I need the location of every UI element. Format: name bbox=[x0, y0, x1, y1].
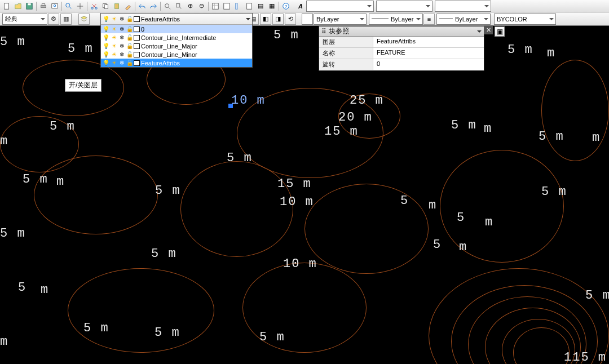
property-value[interactable]: FeatureAttribs bbox=[373, 37, 484, 47]
cut-icon[interactable] bbox=[89, 1, 100, 11]
lock-icon[interactable]: 🔓 bbox=[126, 15, 134, 23]
freeze-vp-icon[interactable]: ❄ bbox=[118, 15, 126, 23]
elevation-label[interactable]: 5 m bbox=[227, 151, 253, 165]
zoom-prev-icon[interactable]: ⊖ bbox=[196, 1, 207, 11]
dim-style-combo[interactable] bbox=[376, 1, 433, 12]
plot-preview-icon[interactable] bbox=[49, 1, 60, 11]
elevation-label[interactable]: 5 m bbox=[155, 326, 180, 340]
layer-dropdown-header[interactable]: 💡 ☀ ❄ 🔓 FeatureAttribs bbox=[101, 14, 252, 25]
new-icon[interactable] bbox=[1, 1, 12, 11]
drawing-canvas[interactable]: 5 m5 m5 m5 m5 m5 mm10 m25 m20 m15 m5 m5 … bbox=[0, 26, 609, 364]
elevation-label[interactable]: 15 m bbox=[277, 177, 312, 191]
elevation-label[interactable]: 20 m bbox=[338, 110, 373, 125]
freeze-vp-icon[interactable]: ❄ bbox=[118, 34, 126, 41]
layer-dropdown[interactable]: 💡 ☀ ❄ 🔓 FeatureAttribs 💡☀❄🔓0💡☀❄🔓Contour_… bbox=[100, 13, 253, 68]
contour-line[interactable] bbox=[541, 60, 609, 161]
sun-icon[interactable]: ☀ bbox=[110, 34, 118, 41]
color-swatch-header-icon[interactable] bbox=[134, 16, 140, 22]
search-icon[interactable] bbox=[63, 1, 74, 11]
elevation-label[interactable]: 10 m bbox=[283, 257, 317, 271]
open-icon[interactable] bbox=[12, 1, 24, 11]
lock-icon[interactable]: 🔓 bbox=[126, 42, 134, 50]
properties-icon[interactable] bbox=[210, 1, 221, 11]
elevation-label[interactable]: m bbox=[485, 215, 493, 229]
help-icon[interactable]: ? bbox=[280, 1, 292, 11]
text-style-combo[interactable] bbox=[306, 1, 374, 12]
freeze-vp-icon[interactable]: ❄ bbox=[118, 25, 126, 33]
copy-icon[interactable] bbox=[100, 1, 111, 11]
bulb-icon[interactable]: 💡 bbox=[102, 59, 110, 66]
elevation-label[interactable]: 5 bbox=[400, 194, 409, 208]
color-swatch-icon[interactable] bbox=[134, 35, 140, 41]
workspace-lock-icon[interactable]: ▥ bbox=[60, 14, 72, 25]
contour-line[interactable] bbox=[180, 161, 293, 257]
contour-line[interactable] bbox=[304, 184, 429, 274]
selection-grip[interactable] bbox=[228, 104, 233, 108]
design-center-icon[interactable] bbox=[221, 1, 232, 11]
bulb-icon[interactable]: 💡 bbox=[102, 34, 110, 41]
elevation-label[interactable]: 15 m bbox=[324, 125, 359, 139]
elevation-label[interactable]: m bbox=[429, 198, 437, 212]
layer-iso-icon[interactable]: ◨ bbox=[272, 14, 284, 25]
bulb-icon[interactable]: 💡 bbox=[102, 25, 110, 33]
elevation-label[interactable]: 10 m bbox=[231, 94, 266, 108]
lock-icon[interactable]: 🔓 bbox=[126, 34, 134, 41]
elevation-label[interactable]: 5 m bbox=[50, 119, 76, 134]
linetype-btn-icon[interactable]: ≡ bbox=[423, 14, 435, 25]
lock-icon[interactable]: 🔓 bbox=[126, 25, 134, 33]
elevation-label[interactable]: 5 m bbox=[23, 172, 48, 187]
layer-states-icon[interactable]: ◧ bbox=[260, 14, 271, 25]
tool-palette-icon[interactable] bbox=[232, 1, 244, 11]
properties-title-bar[interactable]: ⠿ 块参照 ▣ ✕ bbox=[319, 26, 484, 37]
layer-row-FeatureAttribs[interactable]: 💡☀❄🔓FeatureAttribs bbox=[101, 59, 252, 67]
print-icon[interactable] bbox=[38, 1, 49, 11]
markup-icon[interactable]: ▤ bbox=[255, 1, 266, 11]
props-select-icon[interactable]: ▣ bbox=[495, 26, 505, 37]
elevation-label[interactable]: 5 m bbox=[259, 330, 285, 344]
elevation-label[interactable]: m bbox=[484, 122, 492, 136]
freeze-vp-icon[interactable]: ❄ bbox=[118, 42, 126, 50]
zoom-extents-icon[interactable]: ⊕ bbox=[184, 1, 196, 11]
redo-icon[interactable] bbox=[148, 1, 159, 11]
workspace-settings-icon[interactable]: ⚙ bbox=[48, 14, 59, 25]
elevation-label[interactable]: 5 m bbox=[508, 43, 533, 57]
sun-icon[interactable]: ☀ bbox=[110, 25, 118, 33]
elevation-label[interactable]: 5 m bbox=[451, 118, 477, 132]
plotstyle-combo[interactable]: BYCOLOR bbox=[494, 14, 556, 25]
property-value[interactable]: 0 bbox=[373, 59, 484, 70]
elevation-label[interactable]: 5 m bbox=[273, 28, 299, 42]
bulb-icon[interactable]: 💡 bbox=[102, 51, 110, 58]
sun-icon[interactable]: ☀ bbox=[110, 51, 118, 58]
elevation-label[interactable]: m bbox=[56, 175, 65, 189]
layer-manager-icon[interactable] bbox=[78, 14, 90, 25]
close-icon[interactable]: ✕ bbox=[484, 25, 493, 34]
contour-line[interactable] bbox=[68, 268, 214, 353]
undo-icon[interactable] bbox=[136, 1, 148, 11]
color-swatch-icon[interactable] bbox=[302, 14, 313, 25]
sun-icon[interactable]: ☀ bbox=[110, 59, 118, 66]
lock-icon[interactable]: 🔓 bbox=[126, 59, 134, 66]
elevation-label[interactable]: 5 m bbox=[155, 184, 181, 198]
elevation-label[interactable]: 5 m bbox=[151, 247, 177, 261]
elevation-label[interactable]: 115 m bbox=[564, 350, 607, 364]
save-icon[interactable] bbox=[24, 1, 35, 11]
elevation-label[interactable]: m bbox=[592, 131, 601, 145]
elevation-label[interactable]: 5 bbox=[457, 211, 465, 225]
elevation-label[interactable]: m bbox=[547, 46, 555, 60]
elevation-label[interactable]: m bbox=[459, 240, 467, 254]
sun-icon[interactable]: ☀ bbox=[110, 15, 118, 23]
freeze-vp-icon[interactable]: ❄ bbox=[118, 51, 126, 58]
sun-icon[interactable]: ☀ bbox=[110, 42, 118, 50]
elevation-label[interactable]: 5 bbox=[18, 281, 27, 295]
layer-prev-icon[interactable]: ⟲ bbox=[285, 14, 296, 25]
elevation-label[interactable]: m bbox=[0, 335, 8, 349]
elevation-label[interactable]: 5 m bbox=[585, 288, 609, 303]
layer-row-Contour_Line_Intermediate[interactable]: 💡☀❄🔓Contour_Line_Intermediate bbox=[101, 33, 252, 42]
color-combo[interactable]: ByLayer bbox=[314, 14, 367, 25]
elevation-label[interactable]: 5 m bbox=[0, 227, 26, 241]
paste-icon[interactable] bbox=[111, 1, 122, 11]
calc-icon[interactable]: ▦ bbox=[266, 1, 277, 11]
color-swatch-icon[interactable] bbox=[134, 60, 140, 66]
match-props-icon[interactable] bbox=[122, 1, 134, 11]
elevation-label[interactable]: 5 m bbox=[539, 130, 564, 144]
